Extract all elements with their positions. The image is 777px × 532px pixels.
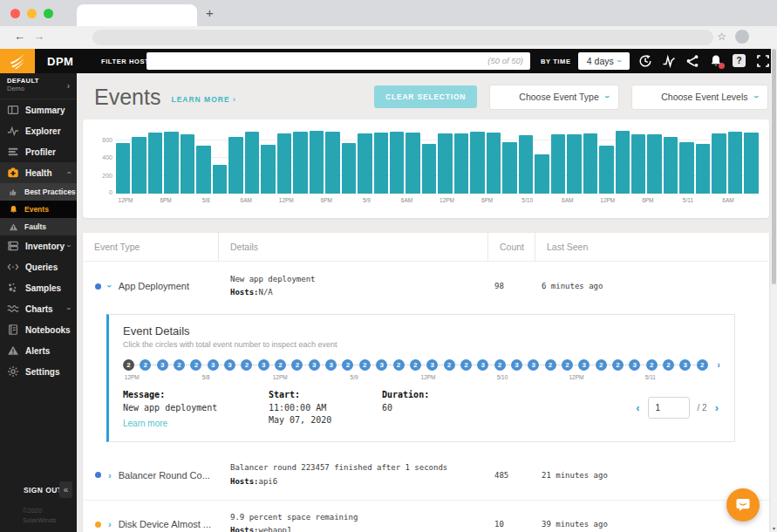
chart-bar[interactable] — [261, 145, 275, 194]
chart-bar[interactable] — [454, 133, 468, 194]
chart-bar[interactable] — [728, 132, 742, 194]
chart-bar[interactable] — [164, 132, 178, 194]
chart-bar[interactable] — [116, 143, 130, 194]
chart-bar[interactable] — [132, 137, 146, 194]
chart-bar[interactable] — [245, 132, 259, 194]
chart-bar[interactable] — [744, 133, 758, 194]
analytics-icon[interactable] — [662, 54, 676, 68]
timeline-event-circle[interactable]: 3 — [426, 359, 438, 371]
collapse-sidebar-button[interactable]: « — [59, 481, 72, 498]
time-range-select[interactable]: 4 days › — [578, 52, 630, 70]
timeline-event-circle[interactable]: 2 — [596, 359, 607, 371]
timeline-event-circle[interactable]: 3 — [157, 359, 168, 371]
sidebar-item-alerts[interactable]: Alerts — [0, 340, 77, 361]
timeline-event-circle[interactable]: 3 — [477, 359, 488, 371]
learn-more-link[interactable]: Learn more — [123, 418, 269, 431]
timeline-event-circle[interactable]: 2 — [612, 359, 624, 371]
url-input[interactable] — [92, 30, 713, 45]
chart-bar[interactable] — [616, 131, 630, 194]
sidebar-item-profiler[interactable]: Profiler — [0, 141, 77, 162]
sign-out-button[interactable]: SIGN OUT « — [0, 480, 77, 501]
timeline-event-circle[interactable]: 2 — [663, 359, 674, 371]
timeline-event-circle[interactable]: 2 — [140, 359, 151, 371]
timeline-event-circle[interactable]: 2 — [123, 359, 134, 371]
timeline-event-circle[interactable]: 2 — [444, 359, 455, 371]
chart-bar[interactable] — [342, 143, 356, 194]
fullscreen-icon[interactable] — [756, 54, 770, 68]
sidebar-item-best-practices[interactable]: Best Practices — [0, 183, 77, 201]
chart-bar[interactable] — [358, 133, 371, 194]
timeline-event-circle[interactable]: 3 — [224, 359, 235, 371]
timeline-event-circle[interactable]: 3 — [511, 359, 522, 371]
browser-tab[interactable] — [77, 4, 197, 26]
timeline-event-circle[interactable]: 2 — [393, 359, 405, 371]
chart-bar[interactable] — [228, 137, 242, 194]
timeline-event-circle[interactable]: 3 — [629, 359, 640, 371]
back-icon[interactable]: ← — [14, 30, 25, 43]
history-icon[interactable] — [638, 54, 652, 68]
timeline-event-circle[interactable]: 3 — [309, 359, 320, 371]
chart-bar[interactable] — [148, 133, 162, 194]
choose-event-levels-dropdown[interactable]: Choose Event Levels › — [631, 85, 768, 110]
chart-bar[interactable] — [599, 146, 613, 194]
timeline-event-circle[interactable]: 2 — [275, 359, 286, 371]
timeline-event-circle[interactable]: 2 — [697, 359, 708, 371]
chart-bar[interactable] — [406, 133, 419, 194]
notifications-icon[interactable] — [709, 54, 723, 68]
chart-bar[interactable] — [647, 134, 661, 194]
timeline-event-circle[interactable]: 2 — [545, 359, 556, 371]
minimize-window-icon[interactable] — [27, 9, 37, 18]
sidebar-item-settings[interactable]: Settings — [0, 361, 77, 382]
sidebar-item-health[interactable]: Health› — [0, 162, 77, 183]
sidebar-item-charts[interactable]: Charts› — [0, 298, 77, 319]
page-scrollbar[interactable] — [771, 38, 777, 532]
chat-widget-button[interactable] — [726, 488, 760, 522]
clear-selection-button[interactable]: CLEAR SELECTION — [374, 85, 477, 108]
page-prev-icon[interactable]: ‹ — [636, 401, 639, 414]
chart-bar[interactable] — [196, 146, 210, 194]
sidebar-item-summary[interactable]: Summary — [0, 99, 77, 120]
timeline-event-circle[interactable]: 2 — [190, 359, 201, 371]
table-row[interactable]: › Balancer Round Co... Balancer round 22… — [83, 451, 769, 500]
sidebar-item-faults[interactable]: Faults — [0, 218, 77, 235]
sidebar-item-samples[interactable]: Samples — [0, 277, 77, 298]
help-icon[interactable]: ? — [733, 54, 746, 68]
timeline-event-circle[interactable]: 3 — [528, 359, 539, 371]
filter-hosts-input[interactable] — [147, 52, 530, 70]
timeline-event-circle[interactable]: 2 — [646, 359, 658, 371]
table-row[interactable]: › Disk Device Almost ... 9.9 percent spa… — [83, 500, 769, 532]
timeline-event-circle[interactable]: 3 — [325, 359, 337, 371]
chart-bar[interactable] — [470, 132, 484, 194]
sidebar-item-events[interactable]: Events — [0, 201, 77, 218]
chart-bar[interactable] — [181, 134, 194, 194]
timeline-event-circle[interactable]: 3 — [376, 359, 387, 371]
learn-more-link[interactable]: LEARN MORE › — [171, 95, 235, 104]
sidebar-item-queries[interactable]: Queries — [0, 256, 77, 277]
new-tab-button[interactable]: + — [206, 5, 214, 20]
expand-chevron-icon[interactable]: › — [105, 284, 115, 288]
chart-bar[interactable] — [325, 132, 339, 194]
choose-event-type-dropdown[interactable]: Choose Event Type › — [489, 85, 619, 110]
page-next-icon[interactable]: › — [715, 401, 719, 414]
chart-bar[interactable] — [438, 133, 452, 194]
chart-bar[interactable] — [213, 165, 227, 194]
chart-bar[interactable] — [422, 144, 436, 194]
timeline-event-circle[interactable]: 2 — [359, 359, 371, 371]
chart-bar[interactable] — [535, 154, 549, 194]
table-row[interactable]: › App Deployment New app deployment Host… — [83, 262, 769, 310]
chart-bar[interactable] — [390, 132, 404, 194]
timeline-event-circle[interactable]: 2 — [460, 359, 472, 371]
timeline-event-circle[interactable]: 2 — [410, 359, 421, 371]
chart-bar[interactable] — [310, 131, 324, 194]
forward-icon[interactable]: → — [33, 30, 44, 43]
sidebar-item-explorer[interactable]: Explorer — [0, 120, 77, 141]
chart-bar[interactable] — [664, 137, 678, 194]
chart-bar[interactable] — [567, 134, 581, 194]
timeline-event-circle[interactable]: 2 — [562, 359, 573, 371]
chart-bar[interactable] — [696, 144, 710, 194]
timeline-event-circle[interactable]: 2 — [342, 359, 353, 371]
timeline-event-circle[interactable]: 3 — [578, 359, 590, 371]
chart-bar[interactable] — [487, 133, 501, 194]
solarwinds-logo-icon[interactable] — [0, 49, 35, 73]
browser-avatar[interactable] — [735, 30, 749, 44]
